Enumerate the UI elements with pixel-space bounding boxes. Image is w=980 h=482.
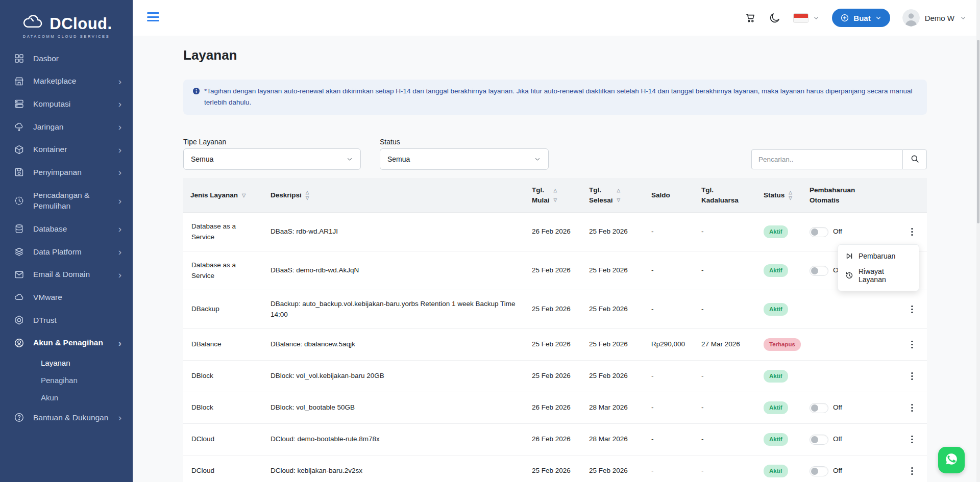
sidebar-subitem-akun[interactable]: Akun (0, 389, 133, 407)
row-kebab-menu-icon[interactable] (908, 302, 916, 317)
brand-logo[interactable]: DCloud. DATACOMM CLOUD SERVICES (15, 12, 117, 39)
cell-tgl-mulai: 26 Feb 2026 (525, 392, 582, 423)
cell-jenis-layanan: DCloud (183, 455, 263, 482)
sidebar-item-database[interactable]: Database› (0, 218, 133, 241)
search-input[interactable] (751, 149, 902, 169)
sidebar-item-dtrust[interactable]: DTrust (0, 309, 133, 332)
context-menu-item-riwayat-layanan[interactable]: Riwayat Layanan (838, 264, 919, 287)
auto-renew-toggle[interactable]: Off (810, 434, 842, 444)
dark-mode-moon-icon[interactable] (769, 12, 781, 24)
sidebar-subitem-penagihan[interactable]: Penagihan (0, 372, 133, 389)
sidebar-item-label: Email & Domain (33, 269, 110, 280)
database-icon (14, 223, 24, 234)
sidebar-item-marketplace[interactable]: Marketplace› (0, 70, 133, 93)
page-title: Layanan (183, 47, 237, 63)
status-badge: Aktif (764, 370, 788, 383)
hamburger-menu-icon[interactable] (147, 12, 159, 23)
sidebar-item-vmware[interactable]: VMware (0, 286, 133, 309)
whatsapp-button[interactable] (938, 447, 965, 473)
column-header-deskripsi[interactable]: Deskripsi△▽ (263, 178, 525, 212)
sidebar-item-bantuan-dukungan[interactable]: Bantuan & Dukungan› (0, 407, 133, 429)
chevron-down-icon (875, 14, 882, 21)
cart-icon[interactable] (744, 12, 756, 24)
table-body: Database as a ServiceDBaaS: rdb-wd.AR1JI… (183, 213, 927, 482)
sidebar-item-email-domain[interactable]: Email & Domain› (0, 263, 133, 286)
sort-icons[interactable]: △▽ (789, 190, 792, 200)
search-button[interactable] (902, 149, 927, 169)
column-header-label: Jenis Layanan (190, 191, 238, 199)
cloud-icon (14, 292, 24, 302)
whatsapp-icon (944, 451, 959, 469)
status-filter-select[interactable]: Semua (380, 148, 549, 170)
column-header-tgl-selesai[interactable]: Tgl.Selesai△▽ (582, 178, 644, 212)
auto-renew-toggle[interactable]: Off (810, 466, 842, 476)
toggle-track[interactable] (810, 435, 828, 445)
type-filter-select[interactable]: Semua (183, 148, 361, 170)
context-menu-item-label: Pembaruan (859, 252, 895, 260)
cell-tgl-selesai: 25 Feb 2026 (582, 290, 644, 328)
chevron-right-icon: › (118, 77, 121, 86)
sidebar-subitem-layanan[interactable]: Layanan (0, 354, 133, 372)
sort-icons[interactable]: △▽ (554, 188, 557, 202)
row-kebab-menu-icon[interactable] (908, 338, 916, 352)
auto-renew-toggle[interactable]: Off (810, 402, 842, 413)
toggle-track[interactable] (810, 403, 828, 413)
column-header-label: Tgl.Kadaluarsa (701, 185, 739, 205)
toggle-track[interactable] (810, 266, 828, 276)
skip-end-icon (845, 252, 853, 260)
context-menu-item-pembaruan[interactable]: Pembaruan (838, 248, 919, 264)
toggle-track[interactable] (810, 466, 828, 476)
cell-saldo: - (644, 455, 694, 482)
cell-saldo: - (644, 361, 694, 392)
sidebar-item-dasbor[interactable]: Dasbor (0, 47, 133, 70)
status-badge: Aktif (764, 401, 788, 414)
user-icon (14, 338, 24, 348)
sidebar-item-data-platform[interactable]: Data Platform› (0, 240, 133, 263)
cell-jenis-layanan: Database as a Service (183, 251, 263, 290)
cell-tgl-selesai: 25 Feb 2026 (582, 361, 644, 392)
auto-renew-toggle[interactable]: Off (810, 226, 842, 237)
cell-status: Aktif (756, 251, 802, 290)
auto-renewal-alert: *Tagihan dengan layanan auto-renewal aka… (183, 80, 927, 115)
column-header-tgl-mulai[interactable]: Tgl.Mulai△▽ (525, 178, 582, 212)
chevron-down-icon (960, 14, 967, 21)
sidebar-item-jaringan[interactable]: Jaringan› (0, 115, 133, 138)
sort-icons[interactable]: △▽ (617, 188, 621, 202)
row-kebab-menu-icon[interactable] (908, 464, 916, 478)
page-scrollbar[interactable] (976, 0, 980, 482)
shield-icon (14, 315, 24, 325)
cell-deskripsi: DBaaS: demo-rdb-wd.AkJqN (263, 251, 525, 290)
sort-down-icon[interactable]: ▽ (242, 192, 246, 198)
cell-saldo: Rp290,000 (644, 329, 694, 360)
toggle-track[interactable] (810, 227, 828, 237)
cell-tgl-kadaluarsa: 27 Mar 2026 (694, 329, 756, 360)
scrollbar-thumb[interactable] (977, 40, 979, 223)
sidebar-item-kontainer[interactable]: Kontainer› (0, 138, 133, 161)
row-kebab-menu-icon[interactable] (908, 369, 916, 384)
cell-jenis-layanan: DBlock (183, 392, 263, 423)
toggle-state-label: Off (833, 226, 842, 237)
create-button[interactable]: Buat (832, 9, 890, 27)
layers-icon (14, 246, 24, 257)
sidebar-item-penyimpanan[interactable]: Penyimpanan› (0, 161, 133, 184)
context-menu-item-label: Riwayat Layanan (859, 267, 912, 284)
user-menu[interactable]: Demo W (902, 9, 967, 27)
row-kebab-menu-icon[interactable] (908, 401, 916, 415)
cell-pembaharuan-otomatis: Off (802, 424, 894, 455)
cell-tgl-selesai: 28 Mar 2026 (582, 392, 644, 423)
sidebar-item-pencadangan-pemulihan[interactable]: Pencadangan & Pemulihan› (0, 184, 133, 217)
row-kebab-menu-icon[interactable] (908, 433, 916, 447)
cell-actions (894, 329, 927, 360)
cell-saldo: - (644, 424, 694, 455)
sidebar-item-akun-penagihan[interactable]: Akun & Penagihan› (0, 332, 133, 354)
cell-pembaharuan-otomatis (802, 361, 894, 392)
avatar (902, 9, 920, 27)
sidebar-item-komputasi[interactable]: Komputasi› (0, 92, 133, 115)
row-kebab-menu-icon[interactable] (908, 225, 916, 239)
column-header-status[interactable]: Status△▽ (756, 178, 802, 212)
language-selector[interactable] (793, 13, 820, 23)
sort-icons[interactable]: △▽ (306, 190, 309, 200)
cell-tgl-selesai: 25 Feb 2026 (582, 213, 644, 251)
cell-status: Aktif (756, 424, 802, 455)
column-header-jenis-layanan[interactable]: Jenis Layanan▽ (183, 178, 263, 212)
